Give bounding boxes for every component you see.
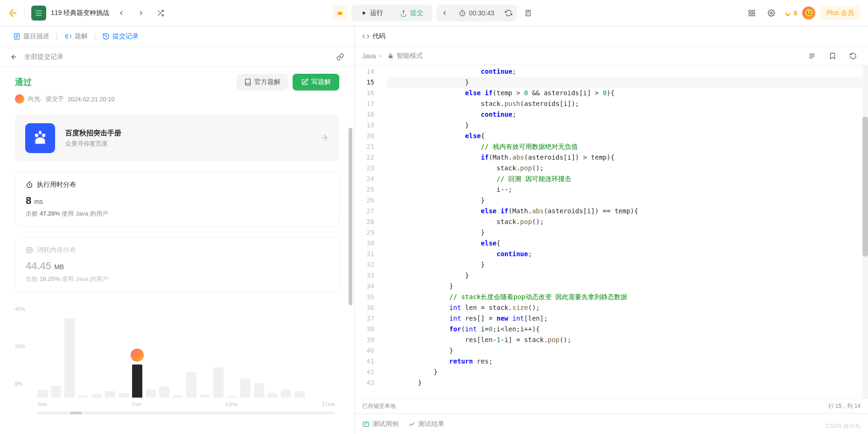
runtime-unit: ms bbox=[34, 198, 43, 205]
tab-results[interactable]: 测试结果 bbox=[408, 420, 444, 428]
timer-group: 00:30:43 bbox=[436, 5, 517, 21]
timer-prev-button[interactable] bbox=[437, 6, 452, 21]
author-avatar[interactable] bbox=[15, 94, 24, 104]
chart-bar[interactable] bbox=[37, 390, 48, 398]
svg-rect-3 bbox=[338, 12, 342, 15]
format-button[interactable] bbox=[805, 49, 819, 63]
svg-rect-1 bbox=[35, 12, 42, 13]
chart-bar[interactable] bbox=[64, 318, 75, 398]
svg-point-14 bbox=[39, 131, 42, 134]
tab-label: 测试结果 bbox=[418, 420, 444, 428]
svg-rect-17 bbox=[28, 249, 30, 251]
y-axis-label: 20% bbox=[15, 343, 25, 349]
chart-bar[interactable] bbox=[78, 395, 88, 398]
submission-status: 通过 bbox=[15, 77, 32, 88]
tab-separator: | bbox=[56, 33, 58, 40]
chart-bar[interactable] bbox=[132, 364, 142, 398]
svg-point-10 bbox=[770, 12, 772, 14]
timer-reset-button[interactable] bbox=[501, 6, 516, 21]
language-value: Java bbox=[362, 52, 376, 60]
bookmark-button[interactable] bbox=[825, 49, 840, 63]
chart-bar[interactable] bbox=[146, 390, 156, 398]
runtime-distribution-chart: 40% 20% 0% 1ms7ms12ms17ms bbox=[15, 306, 339, 409]
next-problem-button[interactable] bbox=[133, 6, 148, 21]
arrow-right-icon bbox=[320, 133, 329, 144]
chart-bar[interactable] bbox=[186, 372, 196, 398]
leetcode-logo-icon[interactable] bbox=[7, 8, 18, 18]
problem-title[interactable]: 119 经典题变种挑战 bbox=[51, 9, 109, 17]
layout-button[interactable] bbox=[744, 6, 759, 21]
language-selector[interactable]: Java bbox=[362, 52, 384, 60]
notes-button[interactable] bbox=[520, 6, 535, 21]
svg-rect-7 bbox=[752, 10, 755, 13]
tab-description[interactable]: 题目描述 bbox=[8, 26, 54, 47]
chart-bar[interactable] bbox=[240, 378, 251, 398]
promo-card[interactable]: 百度秋招突击手册 众里寻你签百度 bbox=[15, 115, 339, 161]
smart-mode-label: 智能模式 bbox=[397, 52, 423, 60]
problem-list-icon[interactable] bbox=[31, 6, 46, 21]
divider bbox=[24, 7, 25, 19]
write-solution-button[interactable]: 写题解 bbox=[293, 74, 339, 91]
tab-label: 题解 bbox=[75, 32, 88, 41]
chart-bar[interactable] bbox=[227, 396, 237, 398]
user-avatar[interactable]: 😐 bbox=[802, 7, 815, 20]
runtime-card: 执行用时分布 8 ms 击败 47.28% 使用 Java 的用户 bbox=[15, 172, 339, 227]
chart-bar[interactable] bbox=[281, 390, 291, 398]
left-scrollbar[interactable] bbox=[349, 128, 352, 429]
tab-submissions[interactable]: 提交记录 bbox=[98, 26, 143, 47]
chart-bar[interactable] bbox=[119, 393, 129, 398]
chart-bar[interactable] bbox=[91, 394, 102, 398]
copy-link-button[interactable] bbox=[335, 51, 346, 63]
memory-card[interactable]: 消耗内存分布 44.45 MB 击败 19.25% 使用 Java 的用户 bbox=[15, 237, 339, 292]
submitted-label: 提交于 bbox=[46, 95, 64, 103]
y-axis-label: 0% bbox=[15, 381, 22, 386]
editor-scrollbar[interactable] bbox=[862, 65, 868, 399]
chart-bar[interactable] bbox=[213, 367, 224, 398]
shuffle-button[interactable] bbox=[153, 6, 168, 21]
y-axis-label: 40% bbox=[15, 306, 25, 312]
chart-scrollbar[interactable] bbox=[37, 412, 335, 414]
code-editor[interactable]: 1415161718192021222324252627282930313233… bbox=[355, 65, 868, 399]
svg-rect-8 bbox=[749, 14, 751, 16]
svg-rect-9 bbox=[752, 14, 755, 16]
settings-button[interactable] bbox=[764, 6, 779, 21]
reset-code-button[interactable] bbox=[846, 49, 861, 63]
chart-bar[interactable] bbox=[159, 386, 169, 398]
official-solution-label: 官方题解 bbox=[254, 78, 280, 86]
svg-rect-2 bbox=[35, 14, 42, 15]
svg-rect-6 bbox=[749, 10, 751, 13]
memory-title: 消耗内存分布 bbox=[37, 246, 76, 254]
run-label: 运行 bbox=[370, 9, 383, 17]
submit-button[interactable]: 提交 bbox=[392, 6, 432, 21]
official-solution-button[interactable]: 官方题解 bbox=[237, 74, 288, 91]
chart-bar[interactable] bbox=[51, 386, 61, 398]
memory-beats-pct: 19.25% bbox=[40, 275, 60, 282]
tab-solution[interactable]: 题解 bbox=[60, 26, 92, 47]
back-button[interactable] bbox=[8, 51, 20, 63]
chart-bar[interactable] bbox=[294, 391, 305, 398]
streak-display[interactable]: 6 bbox=[784, 9, 798, 17]
timer-display[interactable]: 00:30:43 bbox=[454, 6, 499, 21]
runtime-value: 8 bbox=[26, 195, 31, 206]
tab-label: 题目描述 bbox=[23, 32, 49, 41]
tab-testcases[interactable]: 测试用例 bbox=[362, 420, 399, 428]
plus-badge[interactable]: Plus 会员 bbox=[820, 6, 861, 20]
tab-label: 提交记录 bbox=[112, 32, 139, 41]
author-name[interactable]: 向光. bbox=[28, 95, 42, 103]
chart-bar[interactable] bbox=[105, 391, 115, 398]
run-button[interactable]: 运行 bbox=[352, 6, 392, 21]
smart-mode-toggle[interactable]: 智能模式 bbox=[387, 52, 423, 60]
breadcrumb-all[interactable]: 全部提交记录 bbox=[24, 53, 63, 61]
debug-icon[interactable] bbox=[333, 6, 348, 21]
chart-bar[interactable] bbox=[173, 395, 183, 398]
svg-rect-16 bbox=[27, 248, 32, 253]
chart-bar[interactable] bbox=[267, 393, 278, 398]
runtime-beats-pct: 47.28% bbox=[40, 210, 60, 217]
tab-separator: | bbox=[94, 33, 96, 40]
streak-value: 6 bbox=[794, 9, 798, 17]
code-tab[interactable]: 代码 bbox=[362, 32, 385, 41]
chart-bar[interactable] bbox=[254, 383, 264, 398]
prev-problem-button[interactable] bbox=[114, 6, 129, 21]
chart-bar[interactable] bbox=[200, 394, 210, 398]
memory-unit: MB bbox=[54, 263, 64, 271]
